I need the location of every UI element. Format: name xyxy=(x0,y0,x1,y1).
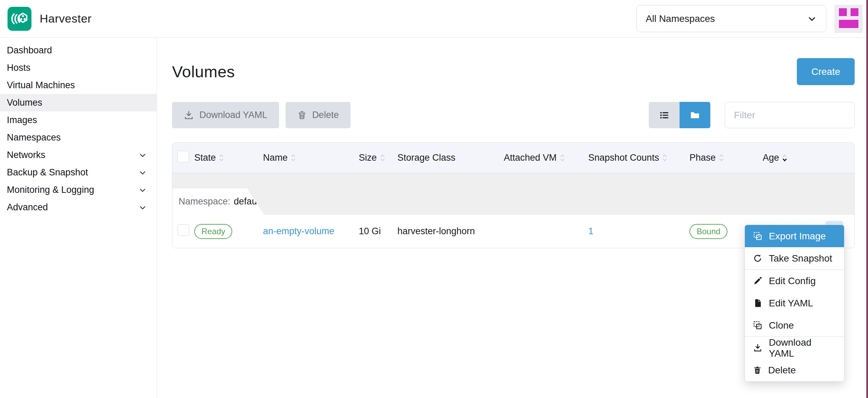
menu-item-label: Edit YAML xyxy=(769,298,813,309)
sidebar-item-label: Namespaces xyxy=(7,132,61,143)
row-checkbox[interactable] xyxy=(177,224,189,236)
row-context-menu: Export Image Take Snapshot Edit Config E… xyxy=(745,225,844,382)
group-label-value: default xyxy=(234,196,262,207)
download-icon xyxy=(753,343,762,353)
namespace-selector[interactable]: All Namespaces xyxy=(636,5,826,32)
column-header-attached-vm[interactable]: Attached VM xyxy=(504,152,588,163)
table-header-row: State Name Size xyxy=(172,143,854,173)
column-header-snapshot-counts[interactable]: Snapshot Counts xyxy=(588,152,689,163)
toolbar: Download YAML Delete xyxy=(172,102,855,128)
menu-item-label: Clone xyxy=(769,320,794,331)
namespace-group-tab: Namespace: default xyxy=(172,188,264,215)
namespace-selector-value: All Namespaces xyxy=(646,13,715,24)
sidebar-item-namespaces[interactable]: Namespaces xyxy=(0,129,157,146)
menu-item-edit-yaml[interactable]: Edit YAML xyxy=(745,292,844,314)
column-header-age[interactable]: Age xyxy=(763,152,820,163)
menu-item-label: Export Image xyxy=(769,231,826,242)
sidebar-item-hosts[interactable]: Hosts xyxy=(0,59,157,77)
grouped-view-button[interactable] xyxy=(680,102,710,128)
pencil-icon xyxy=(753,276,762,286)
sidebar-item-backup-snapshot[interactable]: Backup & Snapshot xyxy=(0,164,157,181)
sidebar: Dashboard Hosts Virtual Machines Volumes… xyxy=(0,38,157,398)
sidebar-item-dashboard[interactable]: Dashboard xyxy=(0,42,157,59)
phase-badge: Bound xyxy=(689,224,727,239)
sidebar-item-label: Images xyxy=(7,115,37,125)
column-header-storage-class[interactable]: Storage Class xyxy=(397,152,504,163)
sort-icon-descending xyxy=(782,154,787,161)
menu-item-label: Edit Config xyxy=(769,276,816,287)
brand-title: Harvester xyxy=(40,12,92,25)
menu-item-edit-config[interactable]: Edit Config xyxy=(745,270,844,292)
chevron-down-icon xyxy=(138,186,147,195)
menu-item-clone[interactable]: Clone xyxy=(745,314,844,336)
sidebar-item-label: Advanced xyxy=(7,202,48,213)
column-header-name[interactable]: Name xyxy=(263,152,359,163)
sort-icon xyxy=(219,154,224,161)
user-avatar[interactable] xyxy=(834,5,863,33)
list-view-icon xyxy=(659,110,670,121)
snapshot-counts-link[interactable]: 1 xyxy=(588,226,593,236)
menu-item-label: Download YAML xyxy=(769,337,837,359)
group-label-prefix: Namespace: xyxy=(179,196,231,207)
harvester-logo-icon xyxy=(8,7,31,31)
column-header-size[interactable]: Size xyxy=(359,152,397,163)
avatar-block xyxy=(851,8,858,16)
top-bar: Harvester All Namespaces xyxy=(0,0,868,38)
volume-name-link[interactable]: an-empty-volume xyxy=(263,226,334,236)
sort-icon xyxy=(560,154,565,161)
select-all-checkbox[interactable] xyxy=(177,151,189,162)
sidebar-item-volumes[interactable]: Volumes xyxy=(0,94,157,111)
sidebar-item-label: Volumes xyxy=(7,97,42,108)
menu-item-take-snapshot[interactable]: Take Snapshot xyxy=(745,247,844,269)
sidebar-item-label: Hosts xyxy=(7,63,30,73)
sidebar-item-advanced[interactable]: Advanced xyxy=(0,199,157,216)
column-label: Storage Class xyxy=(397,152,456,163)
chevron-down-icon xyxy=(138,151,147,160)
menu-item-download-yaml[interactable]: Download YAML xyxy=(745,337,844,359)
download-yaml-button[interactable]: Download YAML xyxy=(172,102,279,128)
trash-icon xyxy=(297,110,307,120)
clone-icon xyxy=(753,321,762,330)
column-label: Name xyxy=(263,152,288,163)
sidebar-item-label: Backup & Snapshot xyxy=(7,167,88,178)
chevron-down-icon xyxy=(807,14,817,24)
column-header-phase[interactable]: Phase xyxy=(689,152,763,163)
window-edge-line xyxy=(866,0,868,398)
sidebar-item-images[interactable]: Images xyxy=(0,111,157,129)
chevron-down-icon xyxy=(138,168,147,177)
avatar-block xyxy=(839,20,858,28)
menu-item-label: Take Snapshot xyxy=(769,253,832,264)
sidebar-item-networks[interactable]: Networks xyxy=(0,146,157,164)
state-badge: Ready xyxy=(194,224,232,239)
chevron-down-icon xyxy=(138,203,147,212)
file-icon xyxy=(753,298,762,308)
sort-icon xyxy=(291,154,296,161)
create-button[interactable]: Create xyxy=(797,58,855,85)
trash-icon xyxy=(753,366,762,374)
sidebar-item-label: Dashboard xyxy=(7,45,52,56)
column-header-state[interactable]: State xyxy=(194,152,263,163)
storage-class-cell: harvester-longhorn xyxy=(397,226,504,237)
avatar-block xyxy=(839,8,847,16)
size-cell: 10 Gi xyxy=(359,226,397,237)
view-mode-toggle xyxy=(649,102,710,128)
delete-label: Delete xyxy=(312,110,339,120)
list-view-button[interactable] xyxy=(649,102,680,128)
sidebar-item-label: Monitoring & Logging xyxy=(7,185,94,195)
download-yaml-label: Download YAML xyxy=(199,110,267,120)
menu-item-export-image[interactable]: Export Image xyxy=(745,225,844,247)
menu-item-delete[interactable]: Delete xyxy=(745,359,844,381)
menu-item-label: Delete xyxy=(768,365,796,376)
sidebar-item-label: Networks xyxy=(7,150,45,160)
column-label: Size xyxy=(359,152,377,163)
sidebar-item-virtual-machines[interactable]: Virtual Machines xyxy=(0,77,157,94)
sidebar-item-monitoring-logging[interactable]: Monitoring & Logging xyxy=(0,181,157,199)
sort-icon xyxy=(662,154,667,161)
snapshot-icon xyxy=(753,254,762,263)
column-label: Age xyxy=(763,152,779,163)
column-label: Snapshot Counts xyxy=(588,152,659,163)
filter-input[interactable] xyxy=(725,102,855,128)
column-label: Phase xyxy=(689,152,716,163)
sort-icon xyxy=(719,154,724,161)
delete-button[interactable]: Delete xyxy=(286,102,351,128)
